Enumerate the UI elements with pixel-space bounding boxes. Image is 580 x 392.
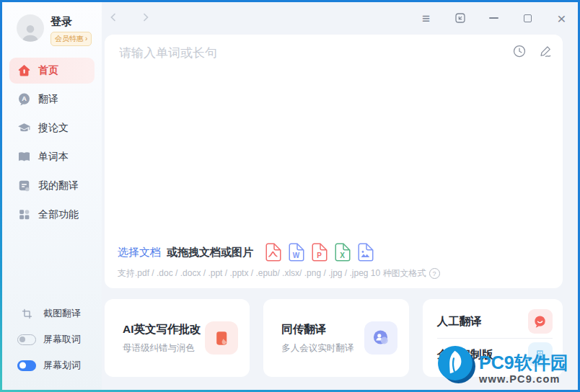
screenshot-crop-icon (17, 308, 36, 320)
back-button[interactable] (107, 12, 120, 24)
image-file-icon (357, 243, 374, 262)
pc9-logo-icon (436, 344, 477, 385)
svg-text:X: X (340, 251, 345, 259)
svg-text:P: P (317, 251, 322, 259)
user-block: 登录 会员特惠› (2, 2, 102, 46)
svg-text:W: W (293, 251, 300, 259)
member-offer-badge[interactable]: 会员特惠› (50, 32, 92, 46)
forward-button[interactable] (140, 12, 153, 24)
human-translation-row[interactable]: 人工翻译 (437, 306, 553, 338)
svg-text:A: A (22, 95, 27, 102)
sidebar-item-label: 搜论文 (38, 122, 69, 135)
pc9-watermark: PC9软件园 www.PC9.com (436, 344, 568, 385)
screen-word-capture-toggle[interactable] (17, 334, 36, 345)
paper-search-icon (17, 121, 31, 135)
tool-label: 截图翻译 (43, 307, 81, 320)
card-simultaneous-translation[interactable]: 同传翻译 多人会议实时翻译 (263, 299, 408, 377)
menu-icon[interactable]: ≡ (419, 12, 433, 25)
translate-icon: A (17, 92, 31, 106)
simultaneous-translation-icon (364, 321, 397, 355)
login-button[interactable]: 登录 (50, 14, 92, 29)
screen-word-select-toggle[interactable] (17, 360, 36, 371)
card-ai-writing[interactable]: AI英文写作批改 母语级纠错与润色 (105, 299, 250, 377)
screen-word-capture-item[interactable]: 屏幕取词 (2, 326, 102, 352)
supported-formats-row: 支持.pdf / .doc / .docx / .ppt / .pptx / .… (118, 267, 440, 280)
query-panel: 选择文档 或拖拽文档或图片 W P X 支持.pdf / .doc / .doc… (105, 35, 563, 288)
window-controls: ≡ × (419, 12, 568, 25)
sidebar: 登录 会员特惠› 首页 A 翻译 搜论文 单词本 我的 (2, 2, 102, 390)
chevron-right-icon: › (85, 35, 87, 43)
ai-writing-icon (205, 321, 238, 355)
titlebar: ≡ × (102, 2, 578, 34)
card-title: AI英文写作批改 (123, 322, 201, 337)
panel-icons (512, 44, 553, 58)
history-nav (107, 12, 153, 24)
watermark-site-url: www.PC9.com (479, 373, 568, 385)
word-file-icon: W (288, 243, 304, 262)
toggle-knob (19, 337, 25, 342)
sidebar-item-label: 全部功能 (38, 208, 79, 221)
app-window: 登录 会员特惠› 首页 A 翻译 搜论文 单词本 我的 (0, 0, 580, 392)
select-document-link[interactable]: 选择文档 (118, 246, 161, 259)
member-offer-label: 会员特惠 (55, 34, 84, 44)
close-glyph: × (557, 11, 566, 26)
tool-label: 屏幕取词 (43, 333, 81, 346)
sidebar-item-label: 我的翻译 (38, 179, 79, 192)
history-clock-icon[interactable] (512, 44, 527, 58)
sidebar-item-paper-search[interactable]: 搜论文 (9, 115, 95, 141)
handwriting-pen-icon[interactable] (539, 44, 553, 58)
sidebar-item-my-translation[interactable]: 我的翻译 (9, 173, 95, 199)
close-button[interactable]: × (555, 12, 568, 25)
person-icon (19, 22, 41, 42)
toggle-knob (19, 362, 26, 369)
mini-mode-icon[interactable] (453, 12, 467, 25)
sidebar-item-translate[interactable]: A 翻译 (9, 86, 95, 112)
drag-hint-label: 或拖拽文档或图片 (167, 246, 253, 259)
screenshot-translate-item[interactable]: 截图翻译 (2, 300, 102, 326)
maximize-button[interactable] (521, 12, 535, 25)
excel-file-icon: X (334, 243, 351, 262)
watermark-site-name: PC9软件园 (479, 354, 568, 372)
ppt-file-icon: P (311, 243, 328, 262)
screen-word-select-item[interactable]: 屏幕划词 (2, 352, 102, 378)
sidebar-tools: 截图翻译 屏幕取词 屏幕划词 (2, 300, 102, 378)
document-drop-area: 选择文档 或拖拽文档或图片 W P X 支持.pdf / .doc / .doc… (118, 243, 440, 280)
supported-formats-label: 支持.pdf / .doc / .docx / .ppt / .pptx / .… (118, 267, 426, 280)
sidebar-item-label: 单词本 (38, 151, 69, 164)
sidebar-item-all-features[interactable]: 全部功能 (9, 202, 95, 228)
card-subtitle: 多人会议实时翻译 (281, 342, 353, 355)
card-subtitle: 母语级纠错与润色 (123, 342, 201, 355)
query-input[interactable] (118, 45, 431, 61)
sidebar-item-label: 翻译 (38, 93, 58, 106)
human-translation-icon (528, 309, 553, 334)
card-title: 人工翻译 (437, 314, 482, 329)
minimize-button[interactable] (487, 12, 501, 25)
tool-label: 屏幕划词 (43, 359, 81, 372)
avatar[interactable] (17, 14, 44, 42)
home-icon (17, 63, 31, 77)
sidebar-item-wordbook[interactable]: 单词本 (9, 144, 95, 170)
main-area: ≡ × 选择文档 或拖拽文档或图片 W P (102, 2, 578, 390)
sidebar-item-label: 首页 (38, 64, 58, 77)
all-features-icon (17, 208, 31, 221)
file-type-icons: W P X (265, 243, 374, 262)
card-title: 同传翻译 (281, 322, 353, 337)
menu-glyph: ≡ (422, 12, 430, 25)
help-icon[interactable]: ? (429, 268, 440, 279)
my-translation-icon (17, 179, 31, 192)
sidebar-item-home[interactable]: 首页 (9, 58, 95, 84)
wordbook-icon (17, 150, 31, 164)
sidebar-nav: 首页 A 翻译 搜论文 单词本 我的翻译 全部功能 (2, 58, 102, 228)
screenshot-stage: 登录 会员特惠› 首页 A 翻译 搜论文 单词本 我的 (0, 0, 580, 392)
pdf-file-icon (265, 243, 281, 262)
